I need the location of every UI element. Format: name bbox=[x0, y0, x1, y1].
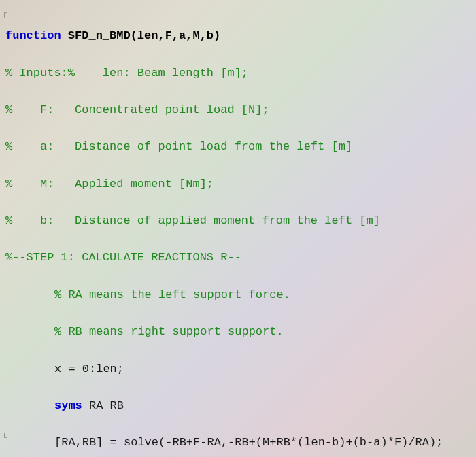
code-line[interactable]: % a: Distance of point load from the lef… bbox=[5, 137, 471, 156]
code-line[interactable]: % b: Distance of applied moment from the… bbox=[5, 211, 471, 230]
function-signature: SFD_n_BMD(len,F,a,M,b) bbox=[61, 29, 221, 42]
code-line[interactable]: function SFD_n_BMD(len,F,a,M,b) bbox=[5, 27, 471, 45]
code-fold-close[interactable]: └ bbox=[2, 432, 7, 445]
keyword-function: function bbox=[5, 29, 61, 42]
code-fold-open[interactable]: ┌ bbox=[2, 7, 7, 20]
code-line[interactable]: % M: Applied moment [Nm]; bbox=[5, 175, 471, 193]
code-line[interactable]: syms RA RB bbox=[5, 396, 471, 415]
code-line[interactable]: %--STEP 1: CALCULATE REACTIONS R-- bbox=[5, 248, 471, 267]
code-editor[interactable]: function SFD_n_BMD(len,F,a,M,b) % Inputs… bbox=[5, 8, 471, 457]
code-line[interactable]: % RA means the left support force. bbox=[5, 286, 471, 304]
code-line[interactable]: % F: Concentrated point load [N]; bbox=[5, 101, 471, 119]
code-line[interactable]: x = 0:len; bbox=[5, 360, 471, 378]
code-line[interactable]: % Inputs:% len: Beam length [m]; bbox=[5, 64, 471, 82]
code-line[interactable]: [RA,RB] = solve(-RB+F-RA,-RB+(M+RB*(len-… bbox=[5, 433, 471, 452]
keyword-syms: syms bbox=[54, 399, 82, 412]
syms-vars: RA RB bbox=[82, 399, 124, 412]
code-line[interactable]: % RB means right support support. bbox=[5, 322, 471, 341]
